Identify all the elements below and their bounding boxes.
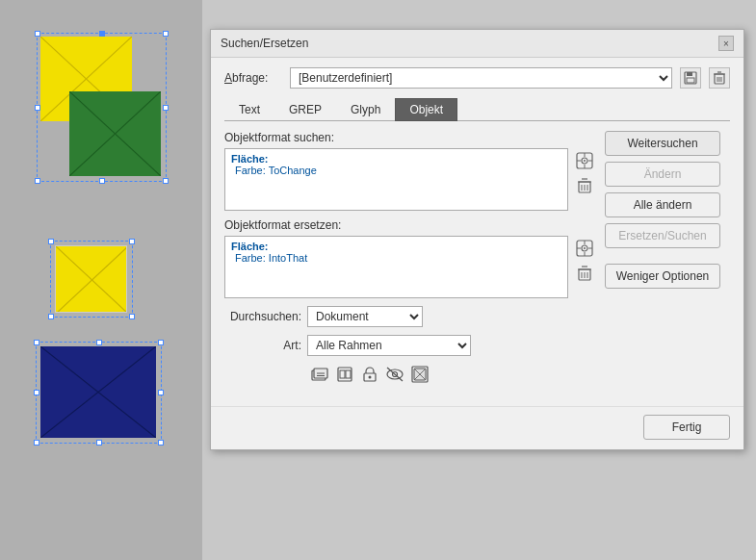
icon-include-all-layers[interactable] — [309, 364, 330, 385]
svg-point-51 — [369, 376, 372, 379]
replace-format-icons — [574, 236, 595, 284]
art-row: Art: Alle Rahmen Textrahmen Grafikrahmen — [224, 335, 595, 356]
delete-query-button[interactable] — [709, 67, 730, 89]
search-replace-dialog: Suchen/Ersetzen × Abfrage: [Benutzerdefi… — [210, 29, 744, 450]
selection-box-small — [50, 241, 133, 318]
replace-format-box: Fläche: Farbe: IntoThat — [224, 236, 568, 298]
icon-hidden-layers[interactable] — [384, 364, 405, 385]
selection-box-blue — [36, 342, 162, 444]
dialog-titlebar: Suchen/Ersetzen × — [211, 30, 743, 58]
tab-objekt[interactable]: Objekt — [395, 98, 457, 121]
replace-prop-value: Farbe: IntoThat — [231, 252, 561, 264]
icon-master-pages[interactable] — [334, 364, 355, 385]
canvas-area — [0, 0, 202, 560]
replace-format-section: Objektformat ersetzen: Fläche: Farbe: In… — [224, 218, 595, 298]
close-button[interactable]: × — [718, 36, 734, 51]
abfrage-label: Abfrage: — [224, 71, 282, 85]
search-format-options-button[interactable] — [574, 150, 595, 171]
weniger-optionen-button[interactable]: Weniger Optionen — [605, 264, 720, 289]
save-query-button[interactable] — [680, 67, 701, 89]
svg-point-32 — [584, 247, 586, 249]
alle-andern-button[interactable]: Alle ändern — [605, 192, 720, 217]
main-layout: Objektformat suchen: Fläche: Farbe: ToCh… — [224, 131, 730, 391]
bottom-icons-row — [224, 364, 595, 385]
abfrage-row: Abfrage: [Benutzerdefiniert] — [224, 67, 730, 89]
art-label: Art: — [224, 339, 301, 352]
icon-frame-type[interactable] — [409, 364, 430, 385]
abfrage-select[interactable]: [Benutzerdefiniert] — [290, 67, 672, 89]
dialog-title: Suchen/Ersetzen — [221, 37, 308, 50]
svg-rect-10 — [687, 78, 694, 83]
durchsuchen-row: Durchsuchen: Dokument Geschichte Auswahl — [224, 306, 595, 327]
search-format-box: Fläche: Farbe: ToChange — [224, 148, 568, 211]
fertig-button[interactable]: Fertig — [643, 415, 730, 440]
search-format-label: Objektformat suchen: — [224, 131, 595, 144]
replace-delete-button[interactable] — [574, 263, 595, 284]
tab-glyph[interactable]: Glyph — [336, 98, 395, 121]
svg-point-19 — [584, 160, 586, 162]
search-delete-button[interactable] — [574, 175, 595, 196]
search-prop-value: Farbe: ToChange — [231, 165, 561, 176]
right-panel: Weitersuchen Ändern Alle ändern Ersetzen… — [605, 131, 730, 391]
replace-format-label: Objektformat ersetzen: — [224, 218, 595, 232]
replace-format-wrapper: Fläche: Farbe: IntoThat — [224, 236, 595, 298]
tabs-row: Text GREP Glyph Objekt — [224, 98, 730, 121]
svg-rect-48 — [340, 370, 345, 378]
search-format-section: Objektformat suchen: Fläche: Farbe: ToCh… — [224, 131, 595, 211]
search-prop-label: Fläche: — [231, 153, 561, 165]
durchsuchen-label: Durchsuchen: — [224, 310, 301, 323]
shape-green — [69, 91, 161, 176]
durchsuchen-select[interactable]: Dokument Geschichte Auswahl — [307, 306, 423, 327]
dialog-content: Abfrage: [Benutzerdefiniert] — [211, 58, 743, 400]
search-format-wrapper: Fläche: Farbe: ToChange — [224, 148, 595, 211]
svg-rect-49 — [346, 370, 351, 378]
tab-grep[interactable]: GREP — [274, 98, 336, 121]
art-select[interactable]: Alle Rahmen Textrahmen Grafikrahmen — [307, 335, 471, 356]
search-format-icons — [574, 148, 595, 196]
dialog-footer: Fertig — [211, 406, 743, 449]
svg-rect-9 — [687, 72, 692, 76]
icon-locked-layers[interactable] — [359, 364, 380, 385]
andern-button[interactable]: Ändern — [605, 162, 720, 187]
left-panel: Objektformat suchen: Fläche: Farbe: ToCh… — [224, 131, 595, 391]
replace-prop-label: Fläche: — [231, 241, 561, 252]
ersetzen-suchen-button[interactable]: Ersetzen/Suchen — [605, 223, 720, 248]
weitersuchen-button[interactable]: Weitersuchen — [605, 131, 720, 156]
replace-format-options-button[interactable] — [574, 238, 595, 259]
tab-text[interactable]: Text — [224, 98, 274, 121]
